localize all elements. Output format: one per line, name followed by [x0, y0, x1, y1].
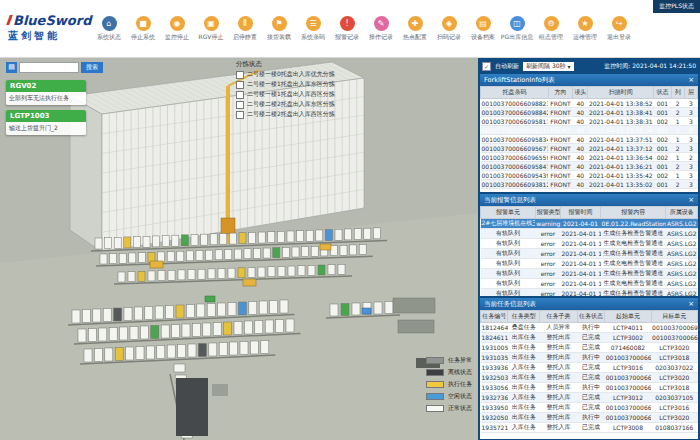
tasks-cell: 0010037000660811	[605, 403, 651, 413]
tasks-row[interactable]: 1935721入库任务整托入库已完成LCTP30080108037166	[481, 423, 698, 433]
sort-option[interactable]: 二号楼二楼2托盘出入库东区分拣	[236, 100, 376, 109]
legend-swatch	[426, 357, 444, 364]
tasks-row[interactable]: 1812464叠盘任务人员异常执行中LCTP401100100370006983…	[481, 323, 698, 333]
alarms-col-header: 报警单元	[481, 207, 536, 219]
stations-row[interactable]: 0010037000660988236FRONT402021-04-01 13:…	[481, 99, 698, 108]
tasks-cell: 入库任务	[508, 423, 540, 433]
stations-cell: 40	[573, 99, 588, 108]
tasks-row[interactable]: 1824611出库任务整托出库已完成LCTP300200100370006609…	[481, 333, 698, 343]
ops-manage-button[interactable]: ★运维管理	[568, 16, 602, 42]
monitor-stop-button[interactable]: ◉监控停止	[160, 16, 194, 42]
logout-button[interactable]: ↪退出登录	[602, 16, 636, 42]
alarms-close-icon[interactable]: ×	[688, 194, 694, 206]
search-button[interactable]: 搜索	[81, 62, 103, 73]
stations-row[interactable]: 0010037000660956770FRONT402021-04-01 13:…	[481, 144, 698, 153]
pause-resume-button[interactable]: Ⅱ启停静置	[228, 16, 262, 42]
alarms-row[interactable]: 有轨队列error2021-04-01 14:02:14生成充电检查告警通道AS…	[481, 279, 698, 289]
stations-row[interactable]: 0010037000660954391FRONT402021-04-01 13:…	[481, 171, 698, 180]
sort-checkbox[interactable]	[236, 91, 244, 99]
stations-row[interactable]: 0010037000660958472FRONT402021-04-01 13:…	[481, 162, 698, 171]
stations-cell: 3	[684, 144, 697, 153]
alarms-row[interactable]: 2#七层堆垛机在线三跳站warning2021-04-010E.01.22.Re…	[481, 219, 698, 229]
stations-cell: 2	[671, 144, 684, 153]
alarms-cell: ASRS.LG2	[666, 229, 698, 239]
tasks-row[interactable]: 1932736入库任务整托入库已完成LCTP30120203037105	[481, 393, 698, 403]
device-item[interactable]: RGV02全部列车无法执行任务	[6, 80, 86, 105]
tasks-row[interactable]: 1931005出库任务整托出库已完成071460082LCTP3020	[481, 343, 698, 353]
sort-checkbox[interactable]	[236, 71, 244, 79]
stations-cell: 0010037000660982162	[481, 126, 549, 135]
tasks-row[interactable]: 1933056出库任务整托出库执行中0010037000660854LCTP30…	[481, 383, 698, 393]
alarms-row[interactable]: 有轨队列error2021-04-01 14:01:49生成任务检查告警通道AS…	[481, 289, 698, 297]
sort-checkbox[interactable]	[236, 101, 244, 109]
tasks-cell: 1932050	[481, 413, 508, 423]
device-item[interactable]: LGTP1003输送上货提升门_2	[6, 110, 86, 135]
pls-status-badge[interactable]: 监控PLS状态	[653, 0, 700, 13]
config-manage-button[interactable]: ⚙组态管理	[534, 16, 568, 42]
sort-option[interactable]: 二号楼一楼1托盘出入库东区分拣	[236, 80, 376, 89]
alarms-row[interactable]: 有轨队列error2021-04-01 14:03:27生成任务检查告警通道AS…	[481, 269, 698, 279]
refresh-interval-select[interactable]: 刷新间隔 30秒 ▾	[523, 62, 574, 71]
alarms-cell: 有轨队列	[481, 249, 536, 259]
tasks-row[interactable]: 1933950出库任务整托出库已完成0010037000660811LCTP30…	[481, 403, 698, 413]
system-status-button[interactable]: ⌂系统状态	[92, 16, 126, 42]
top-toolbar: BlueSword 蓝剑智能 ⌂系统状态■停止系统◉监控停止▣RGV停止Ⅱ启停静…	[0, 0, 700, 58]
sort-option[interactable]: 二号楼二楼2托盘出入库西区分拣	[236, 110, 376, 119]
tasks-cell: LCTP3016	[605, 363, 651, 373]
stations-row[interactable]: 0010037000660988423FRONT402021-04-01 13:…	[481, 108, 698, 117]
alarms-row[interactable]: 有轨队列error2021-04-01 14:05:18生成任务检查告警通道AS…	[481, 249, 698, 259]
warehouse-3d-view[interactable]: ▤ 搜索 RGV02全部列车无法执行任务LGTP1003输送上货提升门_2 分拣…	[0, 58, 478, 440]
sort-option[interactable]: 二号楼一楼0托盘出入库优先分拣	[236, 70, 376, 79]
alarms-cell: error	[535, 259, 560, 269]
alarms-cell: 2#七层堆垛机在线三跳站	[481, 219, 536, 229]
scan-log-button[interactable]: ◈扫码记录	[432, 16, 466, 42]
tasks-table: 任务编号任务类型任务子类任务状态起始单元目标单元1812464叠盘任务人员异常执…	[480, 310, 698, 433]
stations-row[interactable]: 0010037000660958176FRONT402021-04-01 13:…	[481, 117, 698, 126]
stations-cell: FRONT	[548, 108, 572, 117]
sort-status-panel: 分拣状态 二号楼一楼0托盘出入库优先分拣二号楼一楼1托盘出入库东区分拣二号楼一楼…	[236, 60, 376, 120]
device-search-input[interactable]	[19, 62, 79, 73]
tasks-cell: LCTP3008	[605, 423, 651, 433]
alarm-log-button[interactable]: !报警记录	[330, 16, 364, 42]
alarms-row[interactable]: 有轨队列error2021-04-01 14:06:31生成充电检查告警通道AS…	[481, 239, 698, 249]
tasks-row[interactable]: 1932050出库任务整托出库执行中0010037000660798LCTP30…	[481, 413, 698, 423]
app-window: BlueSword 蓝剑智能 ⌂系统状态■停止系统◉监控停止▣RGV停止Ⅱ启停静…	[0, 0, 700, 440]
stations-cell: FRONT	[548, 117, 572, 126]
monitor-stop-icon: ◉	[170, 16, 185, 31]
device-alert-list: RGV02全部列车无法执行任务LGTP1003输送上货提升门_2	[6, 80, 86, 135]
tasks-row[interactable]: 1933936入库任务整托入库已完成LCTP30160203037022	[481, 363, 698, 373]
system-barcode-button[interactable]: ☰系统条码	[296, 16, 330, 42]
load-goods-button[interactable]: ⚑接货装载	[262, 16, 296, 42]
tasks-table-title: 当前任务信息列表	[484, 300, 536, 309]
stations-cell: 001	[654, 162, 672, 171]
stations-row[interactable]: 0010037000660965592FRONT402021-04-01 13:…	[481, 153, 698, 162]
rgv-stop-label: RGV停止	[199, 33, 224, 42]
alarms-cell: 2021-04-01 14:06:31	[561, 239, 601, 249]
operation-log-button[interactable]: ✎操作记录	[364, 16, 398, 42]
stop-system-button[interactable]: ■停止系统	[126, 16, 160, 42]
tasks-cell: 出库任务	[508, 403, 540, 413]
device-archive-button[interactable]: ▤设备档案	[466, 16, 500, 42]
legend-label: 离线状态	[448, 368, 472, 377]
alarms-row[interactable]: 有轨队列error2021-04-01 14:04:52生成充电检查告警通道AS…	[481, 259, 698, 269]
sort-checkbox[interactable]	[236, 81, 244, 89]
sort-checkbox[interactable]	[236, 111, 244, 119]
stations-row[interactable]: 0010037000660938122FRONT402021-04-01 13:…	[481, 180, 698, 189]
stations-row[interactable]: 0010037000660958342FRONT402021-04-01 13:…	[481, 135, 698, 144]
stations-row[interactable]: 0010037000660982162FRONT402021-04-01 13:…	[481, 126, 698, 135]
filter-icon[interactable]: ▤	[6, 62, 17, 73]
alarms-cell: 2021-04-01 14:05:18	[561, 249, 601, 259]
sort-option[interactable]: 二号楼一楼1托盘出入库西区分拣	[236, 90, 376, 99]
pg-outbound-button[interactable]: ◫PG出库信息	[500, 16, 534, 42]
tasks-col-header: 任务编号	[481, 311, 508, 323]
tasks-row[interactable]: 1932503出库任务整托出库已完成0010037000660871LCTP30…	[481, 373, 698, 383]
stations-close-icon[interactable]: ×	[688, 74, 694, 86]
tasks-close-icon[interactable]: ×	[688, 298, 694, 310]
auto-refresh-checkbox[interactable]: ✓	[482, 62, 491, 71]
hotspot-config-button[interactable]: ✚热点配置	[398, 16, 432, 42]
rgv-stop-button[interactable]: ▣RGV停止	[194, 16, 228, 42]
ops-manage-label: 运维管理	[573, 33, 597, 42]
tasks-row[interactable]: 1931035出库任务整托出库执行中0010037000660885LCTP30…	[481, 353, 698, 363]
alarms-row[interactable]: 有轨队列error2021-04-01 14:07:45生成任务检查告警通道AS…	[481, 229, 698, 239]
stations-cell: 1	[671, 153, 684, 162]
